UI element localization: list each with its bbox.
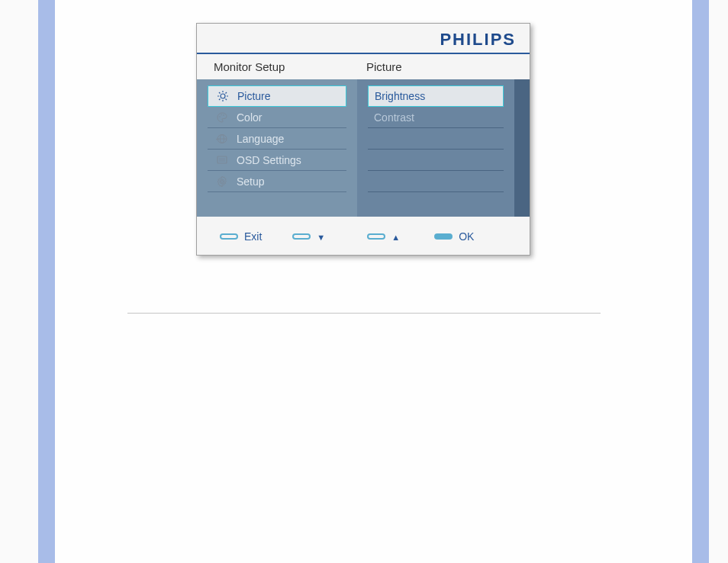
sub-item-empty bbox=[368, 150, 504, 171]
menu-item-setup[interactable]: Setup bbox=[208, 171, 346, 192]
svg-line-5 bbox=[219, 92, 221, 94]
exit-button[interactable]: Exit bbox=[220, 230, 262, 243]
sub-item-empty bbox=[368, 171, 504, 192]
osd-title-row: Monitor Setup Picture bbox=[197, 53, 530, 79]
osd-header: PHILIPS bbox=[197, 24, 530, 53]
svg-point-10 bbox=[221, 114, 222, 115]
content-area: PHILIPS Monitor Setup Picture Picture bbox=[55, 0, 692, 563]
sub-item-empty bbox=[368, 128, 504, 150]
ok-label: OK bbox=[459, 230, 474, 243]
svg-line-8 bbox=[226, 92, 227, 94]
svg-rect-16 bbox=[219, 158, 225, 162]
gear-icon bbox=[214, 175, 230, 188]
main-menu-title: Monitor Setup bbox=[197, 60, 357, 73]
down-button[interactable] bbox=[292, 230, 325, 243]
chevron-down-icon bbox=[317, 230, 325, 243]
svg-line-6 bbox=[226, 99, 227, 101]
sub-item-label: Contrast bbox=[374, 111, 414, 124]
menu-item-picture[interactable]: Picture bbox=[208, 85, 346, 107]
osd-footer: Exit OK bbox=[197, 217, 530, 255]
exit-label: Exit bbox=[244, 230, 262, 243]
horizontal-divider bbox=[127, 313, 601, 314]
page-container: PHILIPS Monitor Setup Picture Picture bbox=[0, 0, 728, 563]
pill-icon-filled bbox=[434, 233, 453, 240]
osd-body: Picture Color Language bbox=[197, 79, 530, 217]
screen-icon bbox=[214, 153, 230, 167]
svg-point-9 bbox=[219, 116, 221, 117]
sub-menu-title: Picture bbox=[357, 60, 402, 73]
palette-icon bbox=[214, 111, 230, 124]
decorative-bar-left bbox=[38, 0, 55, 563]
osd-panel: PHILIPS Monitor Setup Picture Picture bbox=[196, 23, 530, 256]
ok-button[interactable]: OK bbox=[434, 230, 474, 243]
svg-point-11 bbox=[223, 114, 224, 116]
globe-icon bbox=[214, 132, 230, 146]
sun-icon bbox=[214, 89, 231, 103]
menu-item-color[interactable]: Color bbox=[208, 107, 346, 128]
menu-item-label: OSD Settings bbox=[237, 154, 301, 166]
pill-icon bbox=[220, 233, 238, 240]
brand-logo: PHILIPS bbox=[197, 30, 530, 50]
chevron-up-icon bbox=[391, 230, 400, 243]
menu-item-language[interactable]: Language bbox=[208, 128, 346, 150]
sub-item-brightness[interactable]: Brightness bbox=[368, 85, 504, 107]
up-button[interactable] bbox=[367, 230, 400, 243]
sub-item-label: Brightness bbox=[375, 90, 425, 102]
pill-icon bbox=[292, 233, 311, 240]
svg-line-7 bbox=[219, 99, 221, 101]
menu-item-label: Color bbox=[237, 111, 262, 124]
menu-item-label: Language bbox=[237, 133, 284, 145]
decorative-bar-right bbox=[692, 0, 709, 563]
menu-item-label: Setup bbox=[237, 175, 265, 188]
pill-icon bbox=[367, 233, 385, 240]
main-menu-column: Picture Color Language bbox=[197, 79, 357, 217]
sub-item-contrast[interactable]: Contrast bbox=[368, 107, 504, 128]
menu-item-osd-settings[interactable]: OSD Settings bbox=[208, 150, 346, 171]
sub-menu-column: Brightness Contrast bbox=[357, 79, 530, 217]
scrollbar-dark-edge bbox=[514, 79, 530, 217]
svg-point-0 bbox=[221, 94, 225, 98]
menu-item-label: Picture bbox=[237, 90, 271, 102]
